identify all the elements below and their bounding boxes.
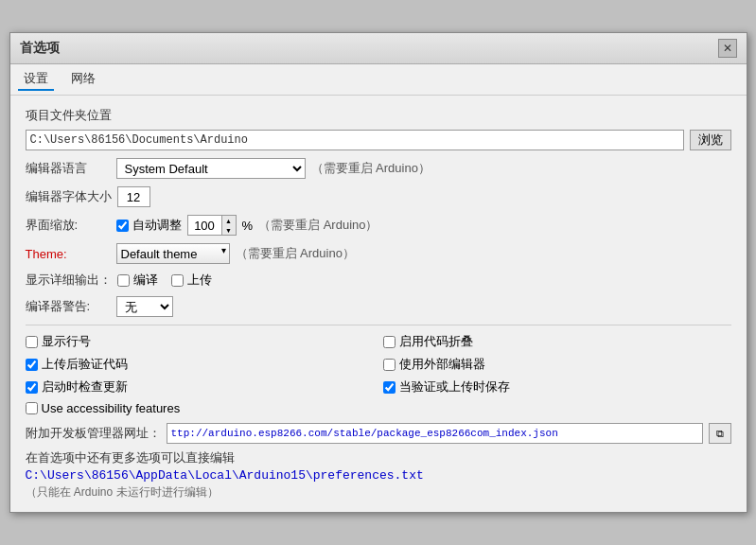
save-on-verify-checkbox[interactable] <box>383 381 396 394</box>
edit-restriction: （只能在 Arduino 未运行时进行编辑） <box>26 484 731 501</box>
zoom-down-button[interactable]: ▼ <box>222 225 236 235</box>
verbose-upload-checkbox[interactable] <box>171 274 184 287</box>
theme-select-wrap: Default theme <box>116 243 230 264</box>
ui-zoom-row: 界面缩放: 自动调整 ▲ ▼ % （需要重启 Arduino） <box>26 215 731 236</box>
ui-zoom-auto-checkbox[interactable] <box>116 220 129 232</box>
compiler-warning-label: 编译器警告: <box>26 298 111 315</box>
url-label: 附加开发板管理器网址： <box>26 425 161 442</box>
editor-font-input[interactable] <box>117 186 150 207</box>
zoom-percent-sign: % <box>242 219 254 233</box>
browse-button[interactable]: 浏览 <box>690 130 731 150</box>
close-icon: ✕ <box>723 42 732 55</box>
verbose-upload-label[interactable]: 上传 <box>171 272 212 289</box>
accessibility-checkbox[interactable] <box>26 402 38 414</box>
theme-row: Theme: Default theme （需要重启 Arduino） <box>26 243 731 264</box>
check-updates-text: 启动时检查更新 <box>42 378 128 396</box>
verbose-row: 显示详细输出： 编译 上传 <box>26 272 731 289</box>
verbose-label: 显示详细输出： <box>26 272 112 289</box>
url-open-icon: ⧉ <box>716 428 724 440</box>
pref-path[interactable]: C:\Users\86156\AppData\Local\Arduino15\p… <box>26 468 731 483</box>
url-open-button[interactable]: ⧉ <box>709 423 731 444</box>
show-line-numbers-label[interactable]: 显示行号 <box>26 333 374 350</box>
save-on-verify-label[interactable]: 当验证或上传时保存 <box>383 378 731 396</box>
url-input[interactable] <box>167 423 703 444</box>
project-folder-row: 浏览 <box>26 130 731 150</box>
save-on-verify-text: 当验证或上传时保存 <box>399 378 510 396</box>
checkbox-group: 显示行号 启用代码折叠 上传后验证代码 使用外部编辑器 启动时检查更新 当验证或… <box>26 333 731 396</box>
use-external-editor-label[interactable]: 使用外部编辑器 <box>383 356 731 373</box>
theme-note: （需要重启 Arduino） <box>236 245 355 262</box>
zoom-up-button[interactable]: ▲ <box>222 216 236 225</box>
project-path-input[interactable] <box>26 130 684 150</box>
upload-verify-checkbox[interactable] <box>26 359 38 371</box>
show-line-numbers-text: 显示行号 <box>42 333 91 350</box>
project-folder-label: 项目文件夹位置 <box>26 107 731 124</box>
editor-lang-row: 编辑器语言 System Default （需要重启 Arduino） <box>26 158 731 179</box>
menu-item-network[interactable]: 网络 <box>65 68 101 91</box>
verbose-compile-text: 编译 <box>133 272 158 289</box>
zoom-value-input[interactable] <box>187 215 221 236</box>
editor-lang-note: （需要重启 Arduino） <box>311 160 431 177</box>
accessibility-row: Use accessibility features <box>26 401 731 415</box>
editor-lang-label: 编辑器语言 <box>26 160 111 177</box>
upload-verify-label[interactable]: 上传后验证代码 <box>26 356 374 373</box>
title-bar: 首选项 ✕ <box>10 33 747 64</box>
preferences-dialog: 首选项 ✕ 设置 网络 项目文件夹位置 浏览 编辑器语言 System Defa… <box>9 32 747 513</box>
divider <box>26 325 731 325</box>
enable-code-folding-label[interactable]: 启用代码折叠 <box>383 333 731 350</box>
compiler-warning-select[interactable]: 无 <box>116 296 173 317</box>
ui-zoom-auto-text: 自动调整 <box>132 217 182 234</box>
theme-select[interactable]: Default theme <box>116 243 230 264</box>
menu-bar: 设置 网络 <box>10 64 747 96</box>
editor-font-label: 编辑器字体大小 <box>26 188 112 205</box>
content-area: 项目文件夹位置 浏览 编辑器语言 System Default （需要重启 Ar… <box>10 96 747 512</box>
enable-code-folding-checkbox[interactable] <box>383 336 396 348</box>
verbose-compile-checkbox[interactable] <box>117 274 130 287</box>
menu-item-settings[interactable]: 设置 <box>18 68 54 91</box>
edit-note: 在首选项中还有更多选项可以直接编辑 <box>26 449 731 466</box>
accessibility-text: Use accessibility features <box>42 401 181 415</box>
check-updates-checkbox[interactable] <box>26 381 38 394</box>
compiler-warning-row: 编译器警告: 无 <box>26 296 731 317</box>
enable-code-folding-text: 启用代码折叠 <box>399 333 473 350</box>
ui-zoom-note: （需要重启 Arduino） <box>258 217 378 234</box>
show-line-numbers-checkbox[interactable] <box>26 336 38 348</box>
verbose-compile-label[interactable]: 编译 <box>117 272 158 289</box>
ui-zoom-auto-label[interactable]: 自动调整 <box>116 217 182 234</box>
theme-label: Theme: <box>26 247 111 261</box>
use-external-editor-checkbox[interactable] <box>383 359 396 371</box>
zoom-spinner: ▲ ▼ <box>221 215 237 236</box>
ui-zoom-label: 界面缩放: <box>26 217 111 234</box>
check-updates-label[interactable]: 启动时检查更新 <box>26 378 374 396</box>
accessibility-label[interactable]: Use accessibility features <box>26 401 181 415</box>
editor-font-row: 编辑器字体大小 <box>26 186 731 207</box>
close-button[interactable]: ✕ <box>718 39 737 58</box>
verbose-upload-text: 上传 <box>187 272 212 289</box>
upload-verify-text: 上传后验证代码 <box>42 356 128 373</box>
dialog-title: 首选项 <box>20 40 60 57</box>
url-row: 附加开发板管理器网址： ⧉ <box>26 423 731 444</box>
zoom-percent-group: ▲ ▼ <box>187 215 237 236</box>
editor-lang-select[interactable]: System Default <box>116 158 306 179</box>
use-external-editor-text: 使用外部编辑器 <box>399 356 485 373</box>
